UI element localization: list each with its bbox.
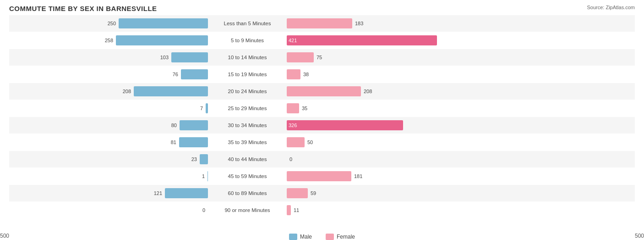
row-label: 25 to 29 Minutes <box>211 106 284 111</box>
female-value: 208 <box>364 89 372 94</box>
row-label: Less than 5 Minutes <box>211 21 284 26</box>
chart-title: COMMUTE TIME BY SEX IN BARNESVILLE <box>9 5 635 12</box>
female-value: 0 <box>289 156 292 162</box>
right-section: 326 <box>284 120 486 130</box>
row-label: 30 to 34 Minutes <box>211 123 284 128</box>
female-value: 35 <box>302 106 307 111</box>
female-value: 181 <box>354 173 362 179</box>
female-bar: 421 <box>287 35 437 45</box>
male-bar <box>179 137 208 147</box>
male-value: 121 <box>154 190 162 196</box>
male-bar <box>207 171 208 181</box>
female-value: 75 <box>317 55 322 60</box>
left-section: 80 <box>9 120 211 130</box>
right-section: 11 <box>284 205 486 215</box>
right-section: 38 <box>284 69 486 79</box>
left-section: 81 <box>9 137 211 147</box>
male-bar <box>206 103 208 113</box>
male-value: 103 <box>160 55 169 60</box>
female-value-inside: 421 <box>287 38 299 43</box>
chart-row: 76 15 to 19 Minutes 38 <box>9 66 635 83</box>
female-value: 11 <box>294 207 299 213</box>
chart-row: 1 45 to 59 Minutes 181 <box>9 168 635 184</box>
female-bar: 326 <box>287 120 403 130</box>
male-bar <box>171 52 208 62</box>
right-section: 50 <box>284 137 486 147</box>
right-section: 35 <box>284 103 486 113</box>
male-bar <box>180 120 208 130</box>
right-section: 183 <box>284 18 486 28</box>
left-section: 258 <box>9 35 211 45</box>
right-section: 0 <box>284 154 486 164</box>
chart-row: 250 Less than 5 Minutes 183 <box>9 15 635 32</box>
right-section: 181 <box>284 171 486 181</box>
male-value: 1 <box>202 173 205 179</box>
row-label: 15 to 19 Minutes <box>211 72 284 77</box>
legend-male: Male <box>289 234 312 240</box>
row-label: 10 to 14 Minutes <box>211 55 284 60</box>
row-label: 60 to 89 Minutes <box>211 190 284 196</box>
right-section: 75 <box>284 52 486 62</box>
left-section: 7 <box>9 103 211 113</box>
left-section: 1 <box>9 171 211 181</box>
chart-row: 0 90 or more Minutes 11 <box>9 202 635 218</box>
bottom-area: 500 Male Female 500 <box>0 221 644 240</box>
right-section: 208 <box>284 86 486 96</box>
male-value: 80 <box>171 123 177 128</box>
left-section: 0 <box>9 205 211 215</box>
row-label: 35 to 39 Minutes <box>211 140 284 145</box>
male-bar <box>116 35 208 45</box>
chart-row: 121 60 to 89 Minutes 59 <box>9 185 635 201</box>
chart-row: 7 25 to 29 Minutes 35 <box>9 100 635 117</box>
female-bar <box>287 188 308 198</box>
male-bar <box>134 86 208 96</box>
legend: Male Female <box>289 234 355 240</box>
legend-male-label: Male <box>300 234 312 240</box>
left-section: 103 <box>9 52 211 62</box>
axis-left-label: 500 <box>0 233 9 239</box>
chart-row: 258 5 to 9 Minutes 421 <box>9 32 635 49</box>
male-bar <box>165 188 208 198</box>
chart-container: COMMUTE TIME BY SEX IN BARNESVILLE Sourc… <box>0 0 644 240</box>
male-value: 76 <box>173 72 178 77</box>
chart-area: 250 Less than 5 Minutes 183 258 5 to 9 M… <box>9 15 635 205</box>
male-value: 0 <box>202 207 205 213</box>
female-value: 59 <box>311 190 316 196</box>
row-label: 90 or more Minutes <box>211 207 284 213</box>
chart-row: 208 20 to 24 Minutes 208 <box>9 83 635 100</box>
female-bar <box>287 69 300 79</box>
female-bar <box>287 171 351 181</box>
row-label: 5 to 9 Minutes <box>211 38 284 43</box>
chart-row: 23 40 to 44 Minutes 0 <box>9 151 635 167</box>
left-section: 250 <box>9 18 211 28</box>
male-value: 208 <box>123 89 131 94</box>
female-bar <box>287 137 305 147</box>
female-bar <box>287 205 291 215</box>
axis-right-label: 500 <box>635 233 644 239</box>
row-label: 45 to 59 Minutes <box>211 173 284 179</box>
row-label: 40 to 44 Minutes <box>211 156 284 162</box>
left-section: 208 <box>9 86 211 96</box>
male-bar <box>200 154 208 164</box>
female-bar <box>287 18 352 28</box>
male-value: 7 <box>200 106 203 111</box>
male-bar <box>181 69 208 79</box>
female-value-inside: 326 <box>287 123 299 128</box>
male-value: 23 <box>191 156 197 162</box>
left-section: 23 <box>9 154 211 164</box>
female-bar <box>287 86 361 96</box>
left-section: 121 <box>9 188 211 198</box>
axis-row: 500 Male Female 500 <box>0 232 644 240</box>
legend-male-box <box>289 234 297 240</box>
source-label: Source: ZipAtlas.com <box>587 5 635 10</box>
female-bar <box>287 52 314 62</box>
row-label: 20 to 24 Minutes <box>211 89 284 94</box>
right-section: 59 <box>284 188 486 198</box>
female-value: 50 <box>307 140 313 145</box>
chart-row: 81 35 to 39 Minutes 50 <box>9 134 635 151</box>
female-value: 38 <box>303 72 309 77</box>
legend-female-box <box>326 234 334 240</box>
female-value: 183 <box>355 21 363 26</box>
male-value: 250 <box>108 21 116 26</box>
legend-female-label: Female <box>337 234 355 240</box>
